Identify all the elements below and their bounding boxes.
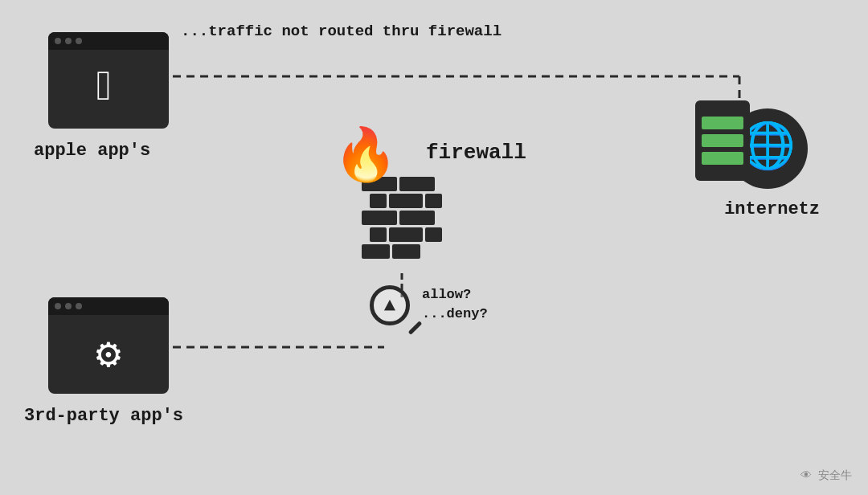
flame-icon: 🔥 xyxy=(334,125,398,187)
titlebar-dot-2 xyxy=(65,38,72,44)
server-bar-2 xyxy=(702,134,743,147)
brick xyxy=(362,211,397,225)
traffic-label: ...traffic not routed thru firewall xyxy=(181,22,502,40)
third-box-titlebar xyxy=(48,297,169,315)
server-device-icon xyxy=(695,100,750,181)
brick xyxy=(392,244,420,259)
up-arrow-icon: ▲ xyxy=(384,295,395,317)
brick xyxy=(370,194,387,208)
third-party-label: 3rd-party app's xyxy=(24,406,183,426)
brick xyxy=(370,227,387,242)
apple-app-label: apple app's xyxy=(34,141,150,161)
brick-row-4 xyxy=(370,227,442,242)
server-bar-1 xyxy=(702,117,743,129)
titlebar-dot-3 xyxy=(76,38,82,44)
apple-app-box:  xyxy=(48,32,169,129)
brick xyxy=(399,211,435,225)
firewall-label: firewall xyxy=(426,141,526,165)
brick xyxy=(399,177,435,191)
watermark-text: 安全牛 xyxy=(818,469,852,482)
apple-logo-icon:  xyxy=(96,68,121,110)
watermark: 👁 安全牛 xyxy=(800,468,852,483)
brick xyxy=(362,244,390,259)
watermark-icon: 👁 xyxy=(800,469,818,482)
brick-row-3 xyxy=(362,211,442,225)
allow-deny-label: allow?...deny? xyxy=(422,285,488,324)
apple-box-content:  xyxy=(48,50,169,129)
internet-container: 🌐 xyxy=(695,100,808,193)
third-party-app-box: ⚙ xyxy=(48,297,169,394)
third-dot-2 xyxy=(65,303,72,309)
brick xyxy=(389,194,423,208)
server-bar-3 xyxy=(702,152,743,165)
third-box-content: ⚙ xyxy=(48,315,169,394)
titlebar-dot-1 xyxy=(55,38,61,44)
brick xyxy=(425,194,442,208)
gear-icon: ⚙ xyxy=(96,329,121,380)
brick xyxy=(425,227,442,242)
brick-wall xyxy=(362,177,442,261)
brick-row-5 xyxy=(362,244,442,259)
magnifier-icon: ▲ xyxy=(370,285,410,325)
third-dot-3 xyxy=(76,303,82,309)
internet-icon: 🌐 xyxy=(695,100,808,193)
magnifier-area: ▲ xyxy=(370,285,410,325)
internet-label: internetz xyxy=(724,199,820,219)
brick-row-2 xyxy=(370,194,442,208)
third-dot-1 xyxy=(55,303,61,309)
brick xyxy=(389,227,423,242)
apple-box-titlebar xyxy=(48,32,169,50)
